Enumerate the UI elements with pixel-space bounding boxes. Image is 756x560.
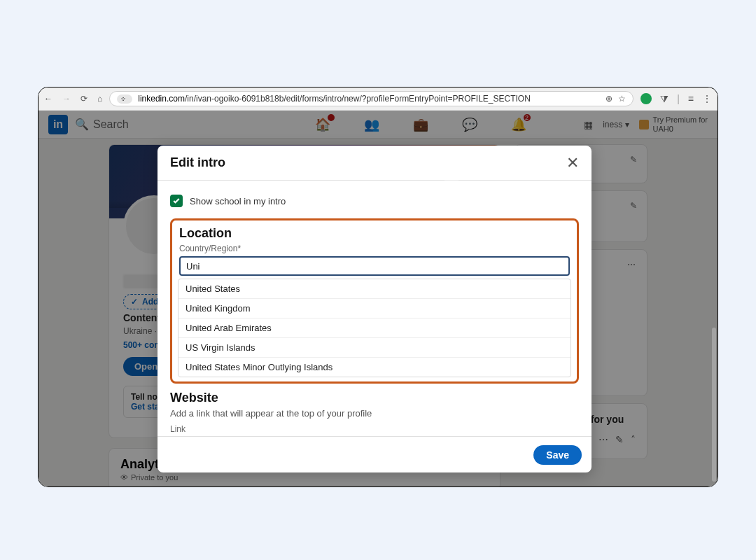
suggestion-item[interactable]: United Arab Emirates bbox=[178, 318, 570, 338]
nav-back-icon[interactable]: ← bbox=[44, 94, 52, 104]
suggestion-item[interactable]: United States bbox=[178, 279, 570, 299]
url-text: linkedin.com/in/ivan-ogoiko-6091b818b/ed… bbox=[138, 94, 600, 104]
browser-menu-icon[interactable]: ⋮ bbox=[702, 93, 712, 104]
zoom-icon[interactable]: ⊕ bbox=[606, 94, 612, 104]
location-heading: Location bbox=[179, 226, 570, 241]
extension-grammarly-icon[interactable] bbox=[640, 93, 652, 104]
browser-toolbar: ← → ⟳ ⌂ ᯤ linkedin.com/in/ivan-ogoiko-60… bbox=[38, 88, 718, 111]
location-section-highlight: Location Country/Region* United States U… bbox=[170, 218, 579, 384]
website-heading: Website bbox=[170, 391, 579, 405]
browser-window: ← → ⟳ ⌂ ᯤ linkedin.com/in/ivan-ogoiko-60… bbox=[38, 88, 718, 486]
website-section: Website Add a link that will appear at t… bbox=[170, 391, 579, 434]
nav-reload-icon[interactable]: ⟳ bbox=[80, 94, 88, 104]
reading-list-icon[interactable]: ≡ bbox=[688, 93, 694, 104]
scrollbar[interactable] bbox=[712, 328, 716, 482]
close-icon[interactable]: ✕ bbox=[566, 154, 579, 172]
extensions-icon[interactable]: ⧩ bbox=[660, 93, 668, 105]
suggestion-item[interactable]: United States Minor Outlying Islands bbox=[178, 358, 570, 377]
site-info-icon[interactable]: ᯤ bbox=[117, 94, 132, 104]
website-help-text: Add a link that will appear at the top o… bbox=[170, 408, 579, 419]
edit-intro-modal: Edit intro ✕ Show school in my intro Loc… bbox=[158, 146, 592, 472]
nav-home-icon[interactable]: ⌂ bbox=[97, 94, 102, 104]
checkmark-icon bbox=[170, 195, 183, 207]
save-button[interactable]: Save bbox=[533, 445, 582, 465]
bookmark-star-icon[interactable]: ☆ bbox=[618, 94, 626, 104]
show-school-checkbox[interactable]: Show school in my intro bbox=[170, 195, 579, 207]
country-suggestions: United States United Kingdom United Arab… bbox=[178, 279, 571, 377]
nav-forward-icon[interactable]: → bbox=[62, 94, 71, 104]
country-region-input[interactable] bbox=[179, 256, 570, 276]
suggestion-item[interactable]: United Kingdom bbox=[178, 299, 570, 318]
suggestion-item[interactable]: US Virgin Islands bbox=[178, 338, 570, 358]
link-label: Link bbox=[170, 424, 579, 434]
country-label: Country/Region* bbox=[179, 244, 570, 253]
modal-title: Edit intro bbox=[170, 155, 225, 170]
address-bar[interactable]: ᯤ linkedin.com/in/ivan-ogoiko-6091b818b/… bbox=[109, 91, 634, 106]
